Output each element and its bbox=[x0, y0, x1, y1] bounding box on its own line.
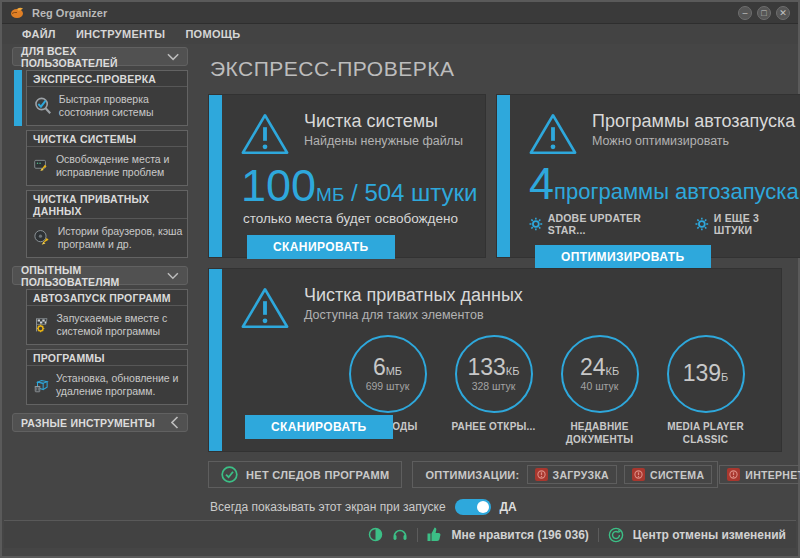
check-circle-icon bbox=[221, 466, 238, 483]
no-traces-label: НЕТ СЛЕДОВ ПРОГРАММ bbox=[246, 469, 389, 481]
stat-label: РАНЕЕ ОТКРЫ... bbox=[447, 420, 540, 433]
stat-circle: 133КБ 328 штук bbox=[455, 335, 533, 413]
warning-triangle-icon bbox=[527, 111, 579, 157]
sidebar-item-title: ПРОГРАММЫ bbox=[27, 350, 187, 366]
selected-indicator bbox=[14, 70, 22, 126]
scan-private-button[interactable]: СКАНИРОВАТЬ bbox=[245, 415, 393, 439]
freed-space-unit: МБ bbox=[316, 184, 344, 205]
optimization-chip-label: СИСТЕМА bbox=[650, 469, 704, 481]
stat-unit: КБ bbox=[605, 365, 619, 377]
sidebar-item-title: ЭКСПРЕСС-ПРОВЕРКА bbox=[27, 71, 187, 87]
sidebar-item-title: АВТОЗАПУСК ПРОГРАММ bbox=[27, 290, 187, 306]
optimizations-label: ОПТИМИЗАЦИИ: bbox=[425, 469, 519, 481]
freed-space-value: 100 bbox=[241, 160, 316, 211]
update-icon[interactable] bbox=[368, 527, 383, 542]
card-accent-stripe bbox=[497, 95, 510, 257]
card-subtitle: Найдены ненужные файлы bbox=[304, 134, 463, 148]
box-trash-icon bbox=[33, 370, 50, 400]
stat-label: НЕДАВНИЕ ДОКУМЕНТЫ bbox=[553, 420, 646, 446]
maximize-button[interactable]: □ bbox=[757, 6, 771, 20]
statusbar: Мне нравится (196 036) Центр отмены изме… bbox=[4, 520, 796, 548]
optimization-startup-chip[interactable]: ЗАГРУЗКА bbox=[527, 465, 617, 484]
window-title: Reg Organizer bbox=[32, 7, 107, 19]
sidebar-item-desc: Быстрая проверка состояния системы bbox=[59, 93, 183, 119]
sidebar: ДЛЯ ВСЕХ ПОЛЬЗОВАТЕЛЕЙ ЭКСПРЕСС-ПРОВЕРКА… bbox=[2, 45, 192, 518]
sidebar-item-desc: Истории браузеров, кэша программ и др. bbox=[58, 225, 183, 251]
support-headset-icon[interactable] bbox=[392, 527, 408, 542]
window-bottom-frame bbox=[2, 548, 798, 556]
card-accent-stripe bbox=[209, 269, 222, 451]
screen-broom-icon bbox=[33, 151, 50, 181]
private-data-stat: 133КБ 328 штук РАНЕЕ ОТКРЫ... bbox=[447, 335, 540, 446]
chevron-left-icon bbox=[171, 416, 179, 429]
optimizations-box: ОПТИМИЗАЦИИ: ЗАГРУЗКА СИСТЕМА bbox=[412, 461, 718, 488]
main-panel: ЭКСПРЕСС-ПРОВЕРКА Чистка системы Найдены bbox=[192, 45, 800, 518]
card-title: Программы автозапуска bbox=[592, 111, 795, 132]
sidebar-item-title: ЧИСТКА ПРИВАТНЫХ ДАННЫХ bbox=[27, 191, 187, 219]
scan-system-button[interactable]: СКАНИРОВАТЬ bbox=[247, 235, 395, 259]
divider bbox=[598, 528, 599, 542]
startup-toggle-label: Всегда показывать этот экран при запуске bbox=[210, 500, 446, 514]
alert-red-icon bbox=[535, 468, 548, 481]
optimize-button[interactable]: ОПТИМИЗИРОВАТЬ bbox=[535, 245, 711, 269]
autorun-more-label: И ЕЩЕ 3 ШТУКИ bbox=[714, 212, 799, 236]
sidebar-item-private-clean[interactable]: ЧИСТКА ПРИВАТНЫХ ДАННЫХ Истории браузеро… bbox=[26, 190, 188, 258]
startup-toggle-state: ДА bbox=[500, 500, 517, 514]
stat-value: 6 bbox=[373, 354, 386, 380]
autorun-count: 4 bbox=[529, 158, 554, 209]
stat-count: 328 штук bbox=[472, 380, 516, 392]
section-label: РАЗНЫЕ ИНСТРУМЕНТЫ bbox=[21, 417, 155, 429]
divider bbox=[417, 528, 418, 542]
autorun-program-name: ADOBE UPDATER STAR... bbox=[548, 212, 679, 236]
stat-count: 699 штук bbox=[366, 380, 410, 392]
chevron-down-icon bbox=[167, 272, 179, 280]
sidebar-item-programs[interactable]: ПРОГРАММЫ Установка, обновление и удален… bbox=[26, 349, 188, 405]
system-clean-stats: 100МБ / 504 штуки bbox=[241, 163, 471, 208]
sidebar-section-all-users[interactable]: ДЛЯ ВСЕХ ПОЛЬЗОВАТЕЛЕЙ bbox=[12, 47, 188, 66]
startup-toggle-switch[interactable] bbox=[455, 499, 491, 515]
undo-center-label[interactable]: Центр отмены изменений bbox=[633, 528, 786, 542]
sidebar-item-desc: Освобождение места и исправление проблем bbox=[56, 153, 183, 179]
no-traces-box: НЕТ СЛЕДОВ ПРОГРАММ bbox=[208, 461, 402, 488]
optimization-system-chip[interactable]: СИСТЕМА bbox=[624, 465, 712, 484]
thumbs-up-icon bbox=[427, 527, 442, 542]
sidebar-item-system-clean[interactable]: ЧИСТКА СИСТЕМЫ Освобождение места и испр… bbox=[26, 130, 188, 186]
page-title: ЭКСПРЕСС-ПРОВЕРКА bbox=[210, 57, 800, 81]
section-label: ДЛЯ ВСЕХ ПОЛЬЗОВАТЕЛЕЙ bbox=[21, 45, 167, 69]
stat-circle: 139Б bbox=[667, 335, 745, 413]
toggle-knob bbox=[477, 501, 489, 513]
card-subtitle: Можно оптимизировать bbox=[592, 134, 795, 148]
autorun-count-label: программы автозапуска bbox=[554, 179, 799, 204]
alert-red-icon bbox=[727, 468, 740, 481]
stat-circle: 6МБ 699 штук bbox=[349, 335, 427, 413]
card-private-data: Чистка приватных данных Доступна для так… bbox=[208, 268, 782, 452]
gear-icon bbox=[695, 217, 709, 231]
sidebar-item-autorun[interactable]: АВТОЗАПУСК ПРОГРАММ bbox=[26, 289, 188, 345]
magnifier-check-icon bbox=[33, 91, 53, 121]
stat-value: 24 bbox=[580, 354, 606, 380]
sidebar-item-express-check[interactable]: ЭКСПРЕСС-ПРОВЕРКА Быстрая проверка состо… bbox=[26, 70, 188, 126]
freed-space-caption: столько места будет освобождено bbox=[243, 211, 471, 226]
stat-circle: 24КБ 40 штук bbox=[561, 335, 639, 413]
stat-label: MEDIA PLAYER CLASSIC bbox=[659, 420, 752, 446]
optimization-chip-label: ЗАГРУЗКА bbox=[553, 469, 609, 481]
private-data-stat: 139Б MEDIA PLAYER CLASSIC bbox=[659, 335, 752, 446]
autorun-more-item: И ЕЩЕ 3 ШТУКИ bbox=[695, 212, 799, 236]
close-button[interactable]: ✕ bbox=[776, 6, 790, 20]
gear-icon bbox=[529, 217, 543, 231]
flag-gear-icon bbox=[33, 310, 50, 340]
stat-unit: Б bbox=[721, 371, 728, 383]
sidebar-section-advanced[interactable]: ОПЫТНЫМ ПОЛЬЗОВАТЕЛЯМ bbox=[12, 266, 188, 285]
menu-help[interactable]: ПОМОЩЬ bbox=[185, 28, 240, 40]
menu-file[interactable]: ФАЙЛ bbox=[22, 28, 56, 40]
stat-count: 40 штук bbox=[581, 380, 619, 392]
sidebar-section-misc-tools[interactable]: РАЗНЫЕ ИНСТРУМЕНТЫ bbox=[12, 413, 188, 432]
menu-tools[interactable]: ИНСТРУМЕНТЫ bbox=[76, 28, 166, 40]
undo-center-icon[interactable] bbox=[608, 527, 624, 543]
startup-toggle-row: Всегда показывать этот экран при запуске… bbox=[210, 499, 800, 515]
minimize-button[interactable]: – bbox=[738, 6, 752, 20]
optimization-internet-chip[interactable]: ИНТЕРНЕТ bbox=[719, 465, 800, 484]
app-logo-icon bbox=[10, 6, 25, 19]
like-label[interactable]: Мне нравится (196 036) bbox=[451, 528, 588, 542]
private-data-stat: 24КБ 40 штук НЕДАВНИЕ ДОКУМЕНТЫ bbox=[553, 335, 646, 446]
